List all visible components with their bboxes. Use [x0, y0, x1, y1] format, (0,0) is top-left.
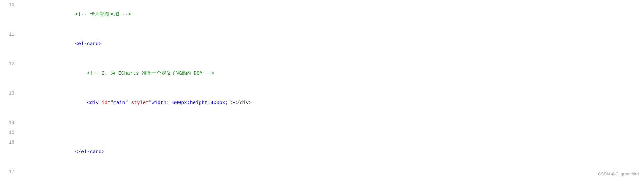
code-line-15: 15 [0, 128, 644, 137]
space [99, 100, 102, 106]
line-number-17: 17 [0, 167, 20, 177]
line-content-11: <el-card> [20, 29, 644, 59]
code-container: 10 <!-- 卡片视图区域 --> 11 <el-card> 12 <!-- … [0, 0, 644, 179]
comment-text-10: <!-- 卡片视图区域 --> [75, 12, 131, 17]
code-line-14: 14 [0, 118, 644, 128]
line-number-10: 10 [0, 0, 20, 10]
tag-div-open: <div [87, 100, 99, 106]
code-line-16: 16 </el-card> [0, 137, 644, 167]
attr-id-value: main [113, 100, 125, 106]
line-number-12: 12 [0, 59, 20, 69]
watermark: CSDN @C_greenbird [598, 171, 639, 176]
indent [40, 12, 75, 17]
attr-style: style [131, 100, 146, 106]
code-line-17: 17 </div> [0, 167, 644, 179]
line-number-13: 13 [0, 88, 20, 98]
line-number-11: 11 [0, 29, 20, 39]
line-number-14: 14 [0, 118, 20, 128]
code-line-11: 11 <el-card> [0, 29, 644, 59]
indent [40, 71, 87, 76]
line-content-14 [20, 118, 644, 128]
line-number-15: 15 [0, 128, 20, 137]
line-content-16: </el-card> [20, 137, 644, 167]
attr-id: id [102, 100, 107, 106]
code-line-12: 12 <!-- 2. 为 ECharts 准备一个定义了宽高的 DOM --> [0, 59, 644, 88]
line-content-13: <div id="main" style="width: 600px;heigh… [20, 88, 644, 118]
line-content-12: <!-- 2. 为 ECharts 准备一个定义了宽高的 DOM --> [20, 59, 644, 88]
line-content-15 [20, 128, 644, 137]
indent [40, 149, 75, 155]
line-content-17: </div> [20, 167, 644, 179]
indent [40, 100, 87, 106]
line-number-16: 16 [0, 137, 20, 147]
line-content-10: <!-- 卡片视图区域 --> [20, 0, 644, 29]
indent [40, 41, 75, 47]
tag-el-card-close: </el-card> [75, 149, 105, 155]
attr-style-value: width: 600px;height:400px; [152, 100, 228, 106]
code-line-13: 13 <div id="main" style="width: 600px;he… [0, 88, 644, 118]
comment-text-12: <!-- 2. 为 ECharts 准备一个定义了宽高的 DOM --> [87, 71, 214, 76]
tag-el-card-open: <el-card> [75, 41, 102, 47]
code-line-10: 10 <!-- 卡片视图区域 --> [0, 0, 644, 29]
